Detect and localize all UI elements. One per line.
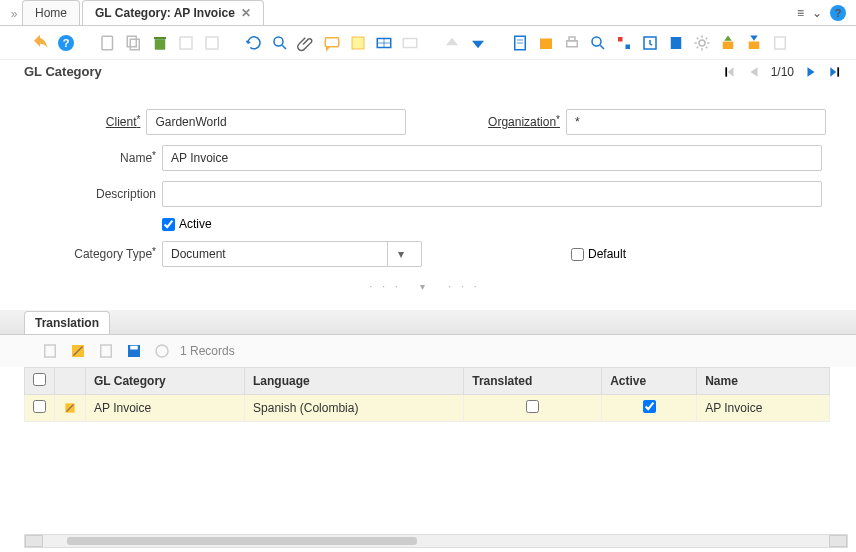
import-icon[interactable]	[744, 33, 764, 53]
gear-icon[interactable]	[692, 33, 712, 53]
col-active[interactable]: Active	[602, 368, 697, 395]
category-type-dropdown[interactable]: Document ▾	[162, 241, 422, 267]
sub-save-icon[interactable]	[124, 341, 144, 361]
zoom-across-icon[interactable]	[588, 33, 608, 53]
find-icon[interactable]	[270, 33, 290, 53]
svg-rect-14	[403, 38, 417, 47]
svg-rect-21	[567, 40, 578, 46]
client-field[interactable]	[146, 109, 406, 135]
prev-record-icon[interactable]	[747, 65, 761, 79]
client-label[interactable]: Client*	[30, 115, 146, 129]
next-record-icon[interactable]	[804, 65, 818, 79]
main-toolbar: ?	[0, 26, 856, 60]
csv-import-icon[interactable]	[770, 33, 790, 53]
cell-language: Spanish (Colombia)	[245, 395, 464, 422]
last-record-icon[interactable]	[828, 65, 842, 79]
title-bar: GL Category 1/10	[0, 60, 856, 83]
table-row[interactable]: AP Invoice Spanish (Colombia) AP Invoice	[25, 395, 830, 422]
tab-gl-category[interactable]: GL Category: AP Invoice ✕	[82, 0, 264, 25]
attachment-icon[interactable]	[296, 33, 316, 53]
svg-marker-37	[750, 67, 757, 76]
form-area: Client* Organization* Name* Description …	[0, 83, 856, 311]
about-icon[interactable]: ?	[56, 33, 76, 53]
sub-new-icon[interactable]	[40, 341, 60, 361]
print-icon[interactable]	[562, 33, 582, 53]
svg-rect-43	[101, 345, 112, 357]
name-label: Name*	[30, 151, 162, 165]
sub-record-count: 1 Records	[180, 344, 235, 358]
tab-translation[interactable]: Translation	[24, 311, 110, 334]
svg-line-24	[600, 45, 604, 49]
first-record-icon[interactable]	[723, 65, 737, 79]
row-edit-icon[interactable]	[63, 401, 77, 415]
requests-icon[interactable]	[640, 33, 660, 53]
active-workflow-icon[interactable]	[614, 33, 634, 53]
cell-gl-category: AP Invoice	[86, 395, 245, 422]
chevron-down-icon: ▾	[387, 242, 413, 266]
header-select-all[interactable]	[33, 373, 46, 386]
description-field[interactable]	[162, 181, 822, 207]
page-title: GL Category	[24, 64, 102, 79]
svg-rect-45	[130, 346, 138, 350]
name-field[interactable]	[162, 145, 822, 171]
horizontal-scrollbar[interactable]	[24, 534, 848, 548]
product-info-icon[interactable]	[666, 33, 686, 53]
description-label: Description	[30, 187, 162, 201]
delete-icon[interactable]	[150, 33, 170, 53]
col-translated[interactable]: Translated	[464, 368, 602, 395]
menu-icon[interactable]: ≡	[797, 6, 804, 20]
subtab-bar: Translation	[0, 311, 856, 335]
splitter-handle[interactable]: ··· ▾ ···	[30, 277, 826, 300]
svg-marker-39	[830, 67, 836, 76]
close-icon[interactable]: ✕	[241, 6, 251, 20]
grid-toggle-icon[interactable]	[374, 33, 394, 53]
svg-rect-6	[206, 37, 218, 49]
svg-rect-3	[155, 39, 166, 50]
refresh-icon[interactable]	[244, 33, 264, 53]
svg-rect-36	[725, 67, 727, 76]
svg-rect-26	[626, 44, 631, 49]
sub-delete-icon[interactable]	[152, 341, 172, 361]
organization-label[interactable]: Organization*	[486, 115, 566, 129]
cell-translated[interactable]	[526, 400, 539, 413]
organization-field[interactable]	[566, 109, 826, 135]
tabs-scroll-left[interactable]: »	[6, 7, 22, 21]
cell-active[interactable]	[643, 400, 656, 413]
col-gl-category[interactable]: GL Category	[86, 368, 245, 395]
expand-icon[interactable]: ⌄	[812, 6, 822, 20]
svg-rect-0	[102, 36, 113, 50]
svg-rect-20	[540, 38, 552, 49]
svg-rect-22	[569, 37, 575, 41]
svg-rect-5	[180, 37, 192, 49]
sub-edit-icon[interactable]	[68, 341, 88, 361]
chat-icon[interactable]	[322, 33, 342, 53]
cell-name: AP Invoice	[697, 395, 830, 422]
svg-marker-15	[446, 37, 458, 45]
parent-down-icon[interactable]	[468, 33, 488, 53]
default-checkbox[interactable]	[571, 248, 584, 261]
svg-point-46	[156, 345, 168, 357]
active-checkbox[interactable]	[162, 218, 175, 231]
row-select[interactable]	[33, 400, 46, 413]
svg-rect-40	[837, 67, 839, 76]
undo-icon[interactable]	[30, 33, 50, 53]
svg-rect-34	[775, 37, 786, 49]
category-type-label: Category Type*	[30, 247, 162, 261]
help-icon[interactable]: ?	[830, 5, 846, 21]
report-icon[interactable]	[510, 33, 530, 53]
col-name[interactable]: Name	[697, 368, 830, 395]
grid-extra-icon[interactable]	[400, 33, 420, 53]
save-icon[interactable]	[176, 33, 196, 53]
parent-up-icon[interactable]	[442, 33, 462, 53]
copy-icon[interactable]	[124, 33, 144, 53]
record-counter: 1/10	[771, 65, 794, 79]
archive-icon[interactable]	[536, 33, 556, 53]
new-icon[interactable]	[98, 33, 118, 53]
note-icon[interactable]	[348, 33, 368, 53]
export-icon[interactable]	[718, 33, 738, 53]
tab-home[interactable]: Home	[22, 0, 80, 25]
save-new-icon[interactable]	[202, 33, 222, 53]
col-language[interactable]: Language	[245, 368, 464, 395]
svg-marker-35	[727, 67, 733, 76]
sub-doc-icon[interactable]	[96, 341, 116, 361]
